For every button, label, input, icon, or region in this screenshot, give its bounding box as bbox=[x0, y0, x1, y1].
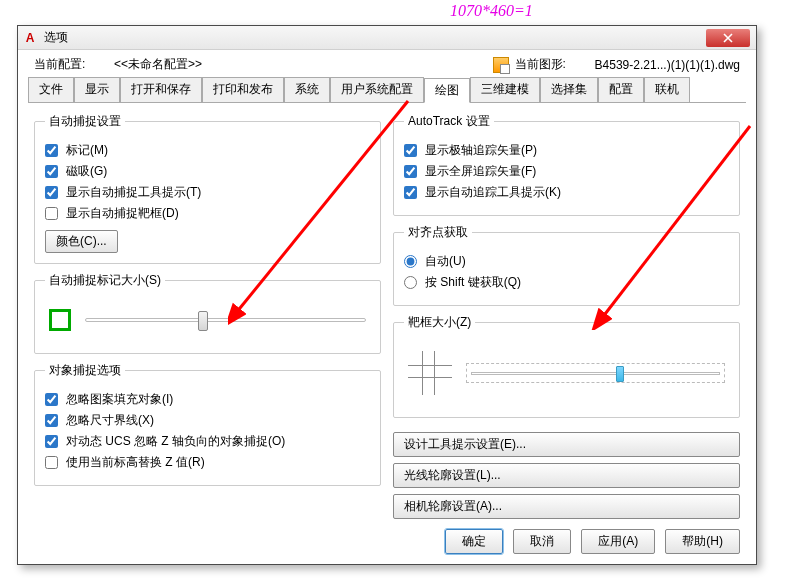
magnet-label: 磁吸(G) bbox=[66, 163, 107, 180]
alignment-legend: 对齐点获取 bbox=[404, 224, 472, 241]
showaperture-label: 显示自动捕捉靶框(D) bbox=[66, 205, 179, 222]
cancel-button[interactable]: 取消 bbox=[513, 529, 571, 554]
ignorehatch-label: 忽略图案填充对象(I) bbox=[66, 391, 173, 408]
autotrack-legend: AutoTrack 设置 bbox=[404, 113, 494, 130]
aperture-preview bbox=[408, 351, 452, 395]
dialog-title: 选项 bbox=[44, 29, 706, 46]
shift-radio[interactable] bbox=[404, 276, 417, 289]
config-row: 当前配置: <<未命名配置>> 当前图形: B4539-2.21...)(1)(… bbox=[28, 56, 746, 73]
apply-button[interactable]: 应用(A) bbox=[581, 529, 655, 554]
titlebar: A 选项 bbox=[18, 26, 756, 50]
markersize-legend: 自动捕捉标记大小(S) bbox=[45, 272, 165, 289]
tab-online[interactable]: 联机 bbox=[644, 77, 690, 102]
aperture-size-slider[interactable] bbox=[466, 363, 725, 383]
close-icon bbox=[723, 33, 733, 43]
drawing-icon bbox=[493, 57, 509, 73]
tab-open-save[interactable]: 打开和保存 bbox=[120, 77, 202, 102]
design-tooltip-button[interactable]: 设计工具提示设置(E)... bbox=[393, 432, 740, 457]
color-button[interactable]: 颜色(C)... bbox=[45, 230, 118, 253]
marker-size-slider[interactable] bbox=[85, 318, 366, 322]
help-button[interactable]: 帮助(H) bbox=[665, 529, 740, 554]
tracktips-checkbox[interactable] bbox=[404, 186, 417, 199]
dynucs-checkbox[interactable] bbox=[45, 435, 58, 448]
tab-display[interactable]: 显示 bbox=[74, 77, 120, 102]
alignment-group: 对齐点获取 自动(U) 按 Shift 键获取(Q) bbox=[393, 224, 740, 306]
showtips-label: 显示自动捕捉工具提示(T) bbox=[66, 184, 201, 201]
marker-checkbox[interactable] bbox=[45, 144, 58, 157]
ignorehatch-checkbox[interactable] bbox=[45, 393, 58, 406]
aperture-legend: 靶框大小(Z) bbox=[404, 314, 475, 331]
tab-drafting[interactable]: 绘图 bbox=[424, 78, 470, 103]
fullscreen-checkbox[interactable] bbox=[404, 165, 417, 178]
aperture-group: 靶框大小(Z) bbox=[393, 314, 740, 418]
osnap-options-legend: 对象捕捉选项 bbox=[45, 362, 125, 379]
tab-profiles[interactable]: 配置 bbox=[598, 77, 644, 102]
shift-label: 按 Shift 键获取(Q) bbox=[425, 274, 521, 291]
tab-file[interactable]: 文件 bbox=[28, 77, 74, 102]
tab-selection[interactable]: 选择集 bbox=[540, 77, 598, 102]
tab-print-publish[interactable]: 打印和发布 bbox=[202, 77, 284, 102]
auto-label: 自动(U) bbox=[425, 253, 466, 270]
magnet-checkbox[interactable] bbox=[45, 165, 58, 178]
tab-3d-modeling[interactable]: 三维建模 bbox=[470, 77, 540, 102]
tab-system[interactable]: 系统 bbox=[284, 77, 330, 102]
polar-label: 显示极轴追踪矢量(P) bbox=[425, 142, 537, 159]
auto-radio[interactable] bbox=[404, 255, 417, 268]
close-button[interactable] bbox=[706, 29, 750, 47]
fullscreen-label: 显示全屏追踪矢量(F) bbox=[425, 163, 536, 180]
ignoredimext-checkbox[interactable] bbox=[45, 414, 58, 427]
camera-glyph-button[interactable]: 相机轮廓设置(A)... bbox=[393, 494, 740, 519]
tab-bar: 文件 显示 打开和保存 打印和发布 系统 用户系统配置 绘图 三维建模 选择集 … bbox=[28, 77, 746, 103]
marker-preview bbox=[49, 309, 71, 331]
slider-thumb[interactable] bbox=[616, 366, 624, 382]
current-config-label: 当前配置: bbox=[34, 56, 114, 73]
autotrack-group: AutoTrack 设置 显示极轴追踪矢量(P) 显示全屏追踪矢量(F) 显示自… bbox=[393, 113, 740, 216]
app-logo: A bbox=[22, 30, 38, 46]
current-drawing-label: 当前图形: bbox=[515, 56, 595, 73]
ignoredimext-label: 忽略尺寸界线(X) bbox=[66, 412, 154, 429]
marker-label: 标记(M) bbox=[66, 142, 108, 159]
options-dialog: A 选项 当前配置: <<未命名配置>> 当前图形: B4539-2.21...… bbox=[17, 25, 757, 565]
dialog-buttons: 确定 取消 应用(A) 帮助(H) bbox=[445, 529, 740, 554]
markersize-group: 自动捕捉标记大小(S) bbox=[34, 272, 381, 354]
showtips-checkbox[interactable] bbox=[45, 186, 58, 199]
useelev-checkbox[interactable] bbox=[45, 456, 58, 469]
autosnap-legend: 自动捕捉设置 bbox=[45, 113, 125, 130]
tracktips-label: 显示自动追踪工具提示(K) bbox=[425, 184, 561, 201]
tab-user-prefs[interactable]: 用户系统配置 bbox=[330, 77, 424, 102]
polar-checkbox[interactable] bbox=[404, 144, 417, 157]
ok-button[interactable]: 确定 bbox=[445, 529, 503, 554]
showaperture-checkbox[interactable] bbox=[45, 207, 58, 220]
current-config-value: <<未命名配置>> bbox=[114, 56, 314, 73]
slider-thumb[interactable] bbox=[198, 311, 208, 331]
light-glyph-button[interactable]: 光线轮廓设置(L)... bbox=[393, 463, 740, 488]
useelev-label: 使用当前标高替换 Z 值(R) bbox=[66, 454, 205, 471]
current-drawing-value: B4539-2.21...)(1)(1)(1).dwg bbox=[595, 58, 740, 72]
annotation-text: 1070*460=1 bbox=[450, 2, 533, 20]
osnap-options-group: 对象捕捉选项 忽略图案填充对象(I) 忽略尺寸界线(X) 对动态 UCS 忽略 … bbox=[34, 362, 381, 486]
autosnap-group: 自动捕捉设置 标记(M) 磁吸(G) 显示自动捕捉工具提示(T) 显示自动捕捉靶… bbox=[34, 113, 381, 264]
dynucs-label: 对动态 UCS 忽略 Z 轴负向的对象捕捉(O) bbox=[66, 433, 285, 450]
